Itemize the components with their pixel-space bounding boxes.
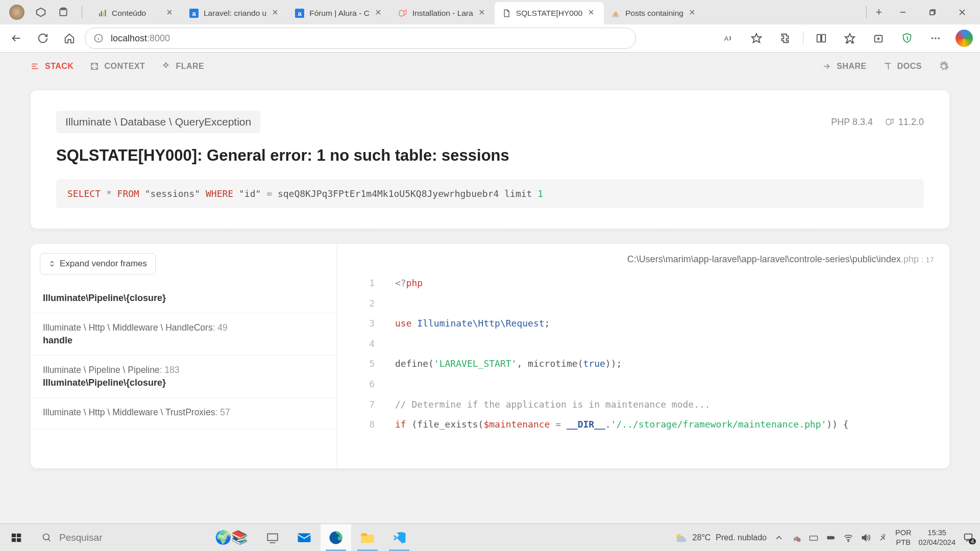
stack-panel: Expand vendor frames Illuminate\Pipeline… bbox=[31, 244, 949, 468]
tab-close-icon[interactable] bbox=[166, 9, 175, 18]
frame-method: Illuminate\Pipeline\{closure} bbox=[43, 293, 324, 304]
tab-title: Posts containing bbox=[625, 9, 683, 18]
tab-title: Laravel: criando u bbox=[204, 9, 266, 18]
notif-count: 4 bbox=[969, 538, 976, 544]
svg-text:×: × bbox=[798, 539, 800, 542]
code-line: 4 bbox=[352, 334, 934, 354]
battery-icon[interactable] bbox=[826, 533, 836, 543]
home-button[interactable] bbox=[58, 27, 81, 49]
system-tray[interactable]: × bbox=[774, 533, 888, 543]
stack-frame[interactable]: Illuminate \ Pipeline \ Pipeline: 183Ill… bbox=[31, 356, 336, 398]
site-info-icon[interactable] bbox=[93, 33, 104, 43]
svg-rect-4 bbox=[103, 12, 104, 16]
browser-tab[interactable]: a Fórum | Alura - C bbox=[288, 2, 391, 24]
nav-docs[interactable]: DOCS bbox=[883, 62, 922, 71]
task-view-button[interactable] bbox=[257, 524, 288, 551]
expand-vendor-frames-button[interactable]: Expand vendor frames bbox=[40, 253, 156, 274]
code-line: 8if (file_exists($maintenance = __DIR__.… bbox=[352, 414, 934, 435]
collections-icon[interactable] bbox=[868, 28, 889, 49]
nav-context[interactable]: CONTEXT bbox=[90, 62, 145, 71]
tab-favicon bbox=[97, 9, 107, 18]
weather-desc: Pred. nublado bbox=[716, 533, 767, 542]
search-icon bbox=[42, 533, 52, 543]
clock[interactable]: 15:35 02/04/2024 bbox=[918, 528, 955, 547]
maximize-button[interactable] bbox=[919, 2, 946, 22]
stack-frame[interactable]: Illuminate \ Http \ Middleware \ HandleC… bbox=[31, 313, 336, 356]
browser-tab[interactable]: Installation - Lara bbox=[391, 2, 495, 24]
tab-close-icon[interactable] bbox=[689, 9, 698, 18]
tab-favicon: a bbox=[295, 9, 304, 18]
notifications-button[interactable]: 4 bbox=[963, 532, 974, 543]
plugged-icon[interactable] bbox=[878, 533, 888, 543]
back-button[interactable] bbox=[5, 27, 28, 49]
minimize-button[interactable] bbox=[889, 2, 917, 22]
svg-rect-2 bbox=[99, 13, 100, 16]
stack-frame[interactable]: Illuminate\Pipeline\{closure} bbox=[31, 284, 336, 313]
tab-title: Conteúdo bbox=[112, 9, 161, 18]
svg-rect-63 bbox=[827, 536, 834, 539]
read-aloud-icon[interactable]: A bbox=[717, 28, 739, 49]
code-viewer: 1<?php23use Illuminate\Http\Request;45de… bbox=[352, 273, 934, 435]
search-input[interactable] bbox=[59, 532, 208, 543]
stack-frame[interactable]: Illuminate \ Http \ Middleware \ TrustPr… bbox=[31, 398, 336, 430]
browser-essentials-icon[interactable] bbox=[896, 28, 918, 49]
svg-text:A: A bbox=[724, 35, 729, 42]
profile-avatar[interactable] bbox=[9, 5, 24, 20]
page-content: STACK CONTEXT FLARE SHARE DOCS Illuminat… bbox=[0, 53, 980, 524]
browser-chrome: Conteúdo a Laravel: criando u a Fórum | … bbox=[0, 0, 980, 53]
vscode-app[interactable] bbox=[384, 524, 414, 551]
favorites-bar-icon[interactable] bbox=[839, 28, 861, 49]
copilot-icon[interactable] bbox=[953, 28, 975, 49]
tab-close-icon[interactable] bbox=[375, 9, 384, 18]
frame-method: Illuminate\Pipeline\{closure} bbox=[43, 378, 324, 388]
language-indicator[interactable]: POR PTB bbox=[895, 528, 911, 547]
mail-app[interactable] bbox=[289, 524, 320, 551]
wifi-icon[interactable] bbox=[843, 533, 853, 543]
tab-close-icon[interactable] bbox=[272, 9, 281, 18]
workspaces-icon[interactable] bbox=[35, 6, 47, 18]
start-button[interactable] bbox=[0, 524, 33, 551]
ignition-nav: STACK CONTEXT FLARE SHARE DOCS bbox=[0, 53, 980, 80]
laravel-version: 11.2.0 bbox=[885, 117, 924, 128]
close-window-button[interactable] bbox=[948, 2, 976, 22]
nav-stack[interactable]: STACK bbox=[31, 62, 74, 71]
more-menu-icon[interactable] bbox=[925, 28, 946, 49]
code-line: 5define('LARAVEL_START', microtime(true)… bbox=[352, 354, 934, 374]
browser-tab[interactable]: Conteúdo bbox=[90, 2, 182, 24]
browser-tab[interactable]: SQLSTATE[HY000 bbox=[495, 2, 604, 24]
svg-rect-17 bbox=[614, 15, 617, 16]
svg-rect-23 bbox=[930, 11, 934, 15]
tab-actions-icon[interactable] bbox=[57, 6, 69, 18]
refresh-button[interactable] bbox=[32, 27, 54, 49]
extensions-icon[interactable] bbox=[774, 28, 796, 49]
browser-tab[interactable]: Posts containing bbox=[604, 2, 705, 24]
svg-point-40 bbox=[932, 37, 933, 39]
settings-icon[interactable] bbox=[938, 61, 949, 72]
nav-share[interactable]: SHARE bbox=[822, 62, 867, 71]
chevron-up-icon[interactable] bbox=[774, 533, 784, 543]
volume-icon[interactable] bbox=[861, 533, 871, 543]
svg-rect-19 bbox=[614, 12, 617, 13]
split-screen-icon[interactable] bbox=[811, 28, 832, 49]
new-tab-button[interactable]: + bbox=[870, 3, 888, 21]
keyboard-icon[interactable] bbox=[808, 533, 819, 543]
tab-close-icon[interactable] bbox=[478, 9, 487, 18]
tab-title: Installation - Lara bbox=[412, 9, 473, 18]
code-line: 6 bbox=[352, 374, 934, 394]
taskbar-search[interactable]: 🌍📚 bbox=[33, 524, 257, 551]
code-column: C:\Users\marim\app-laravel\app-laravel\c… bbox=[337, 244, 949, 468]
frame-path: Illuminate \ Pipeline \ Pipeline: 183 bbox=[43, 365, 324, 375]
favorite-icon[interactable] bbox=[746, 28, 767, 49]
weather-widget[interactable]: 28°C Pred. nublado bbox=[673, 531, 767, 545]
onedrive-icon[interactable]: × bbox=[791, 533, 801, 543]
code-line: 3use Illuminate\Http\Request; bbox=[352, 313, 934, 334]
nav-flare[interactable]: FLARE bbox=[161, 62, 204, 71]
nav-share-label: SHARE bbox=[837, 62, 867, 71]
address-bar[interactable]: localhost:8000 bbox=[85, 28, 636, 49]
php-version: PHP 8.3.4 bbox=[831, 117, 873, 128]
browser-tab[interactable]: a Laravel: criando u bbox=[182, 2, 288, 24]
tab-close-icon[interactable] bbox=[587, 9, 597, 18]
edge-app[interactable] bbox=[321, 524, 351, 551]
svg-rect-48 bbox=[17, 533, 21, 537]
explorer-app[interactable] bbox=[352, 524, 383, 551]
